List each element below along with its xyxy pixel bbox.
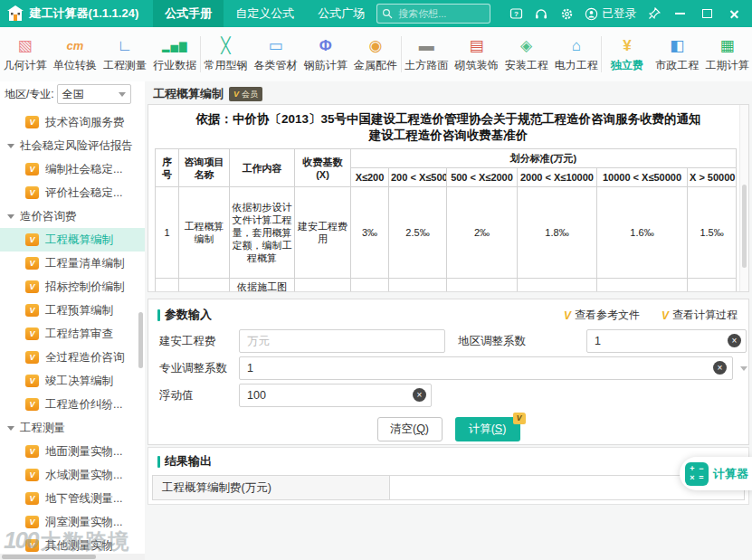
vip-icon: V [25,116,39,128]
table-scrollbar-thumb[interactable] [742,185,747,268]
sidebar-group-cost-consult[interactable]: 造价咨询费 [0,204,145,228]
tool-label: 市政工程 [655,58,699,73]
clear-button-text: 清空( [390,422,416,435]
sidebar-item-budget-compile[interactable]: V工程预算编制 [0,299,145,322]
sidebar-item-tech-consult[interactable]: V技术咨询服务费 [0,110,145,134]
sidebar-group-social-risk[interactable]: 社会稳定风险评估报告 [0,134,145,157]
tool-metal-parts[interactable]: ◉ 金属配件 [350,35,400,73]
sidebar-item-water-survey[interactable]: V水域测量实物... [0,463,145,487]
construction-fee-input[interactable] [239,329,445,353]
tool-independent-fee[interactable]: ¥ 独立费 [602,35,652,73]
dropdown-caret-icon[interactable] [740,366,747,371]
vip-icon: V [25,351,39,364]
sidebar-item-cavern-survey[interactable]: V洞室测量实物... [0,510,145,534]
minimize-button[interactable] [667,0,694,27]
major-factor-input[interactable] [239,356,733,380]
sidebar-item-underground-pipeline[interactable]: V地下管线测量... [0,487,145,510]
view-calc-process-link[interactable]: V 查看计算过程 [662,308,738,323]
menu-tab-custom-formula[interactable]: 自定义公式 [224,0,306,27]
sidebar-item-evaluate-social[interactable]: V评价社会稳定... [0,181,145,204]
clear-button[interactable]: 清空(Q) [377,417,443,441]
tools-cross-icon: ╳ [221,35,230,57]
tool-industry-data[interactable]: ▂▅▇ 行业数据 [150,35,200,73]
float-value-input[interactable] [239,384,432,407]
main-header: 工程概算编制 V 会员 [153,86,262,102]
sidebar-scrollbar-thumb[interactable] [138,312,143,368]
clear-field-icon[interactable]: × [728,334,741,347]
tool-municipal[interactable]: ◧ 市政工程 [652,35,702,73]
menu-tab-formula-manual[interactable]: 公式手册 [153,0,224,27]
menu-tab-formula-plaza[interactable]: 公式广场 [306,0,376,27]
tool-electric-power[interactable]: ⌂ 电力工程 [551,35,601,73]
close-icon [729,9,739,19]
sidebar-item-label: 工程造价纠纷... [45,397,122,413]
vip-icon: V [25,186,39,199]
tool-installation[interactable]: ◈ 安装工程 [501,35,551,73]
sidebar-item-boq-compile[interactable]: V工程量清单编制 [0,252,145,275]
pin-icon[interactable] [642,0,667,27]
close-button[interactable] [721,0,748,27]
calculate-button[interactable]: 计算(S)V [455,417,520,441]
user-icon [585,7,598,21]
tool-schedule-calc[interactable]: ▦ 工期计算 [702,35,752,73]
sidebar-item-project-estimate[interactable]: V工程概算编制 [0,228,145,252]
settings-gear-icon[interactable] [554,0,579,27]
region-select[interactable]: 全国 [57,84,131,104]
tool-earthwork-road[interactable]: ▬ 土方路面 [402,35,452,73]
params-links: V 查看参考文件 V 查看计算过程 [564,308,738,323]
headset-icon[interactable] [528,0,554,27]
tool-label: 几何计算 [4,58,47,73]
params-section-header: 参数输入 [157,307,212,323]
bricks-icon: ▤ [469,35,483,57]
tool-geometry[interactable]: ▧ 几何计算 [0,35,50,73]
sidebar-tree: V技术咨询服务费 社会稳定风险评估报告 V编制社会稳定... V评价社会稳定..… [0,110,145,554]
search-box[interactable] [376,4,490,24]
tool-rebar-calc[interactable]: Φ 钢筋计算 [300,35,350,73]
cell-rate: 3‰ [351,187,389,279]
sub-header: 2000 < X≤10000 [518,168,597,187]
maximize-button[interactable] [694,0,721,27]
sidebar-item-settlement-review[interactable]: V工程结算审查 [0,322,145,346]
sidebar-group-label: 社会稳定风险评估报告 [20,138,133,154]
fan-icon: ◈ [520,35,532,57]
floating-calculator-button[interactable]: + − × = 计算器 [680,457,752,490]
sidebar-group-label: 造价咨询费 [20,209,77,224]
sidebar-hscrollbar-thumb[interactable] [2,555,96,559]
help-icon[interactable]: ? [503,0,528,27]
sidebar-item-final-account[interactable]: V竣工决算编制 [0,369,145,393]
sidebar-hscrollbar[interactable] [0,554,145,560]
clear-hotkey: Q [416,422,425,435]
tool-pipes[interactable]: ▭ 各类管材 [251,35,300,73]
table-scrollbar[interactable] [739,105,748,291]
minimize-icon [675,13,685,14]
sidebar-item-tender-control-price[interactable]: V招标控制价编制 [0,275,145,299]
tool-survey[interactable]: ∟ 工程测量 [100,35,149,73]
tool-masonry-decor[interactable]: ▤ 砌筑装饰 [452,35,501,73]
vip-icon: V [25,257,39,270]
sidebar-item-whole-process[interactable]: V全过程造价咨询 [0,346,145,369]
result-label: 工程概算编制费(万元) [152,475,390,500]
sidebar-group-survey[interactable]: 工程测量 [0,416,145,440]
sidebar-item-label: 地面测量实物... [45,444,122,460]
tool-label: 单位转换 [53,58,97,73]
tool-steel-sections[interactable]: ╳ 常用型钢 [201,35,251,73]
view-reference-link[interactable]: V 查看参考文件 [564,308,640,323]
vip-icon: V [25,163,39,176]
sidebar-item-compile-social[interactable]: V编制社会稳定... [0,157,145,181]
search-input[interactable] [396,7,485,20]
clear-field-icon[interactable]: × [413,388,426,402]
login-status-text: 已登录 [602,6,636,22]
vip-icon: V [25,327,39,340]
toolbar: ▧ 几何计算 cm 单位转换 ∟ 工程测量 ▂▅▇ 行业数据 ╳ 常用型钢 ▭ … [0,27,752,82]
login-status[interactable]: 已登录 [585,6,636,22]
sidebar-item-other-survey[interactable]: V其他测量实物 [0,534,145,554]
sidebar-item-label: 地下管线测量... [45,491,122,507]
clear-field-icon[interactable]: × [713,361,727,375]
sidebar-item-ground-survey[interactable]: V地面测量实物... [0,440,145,463]
region-factor-input[interactable] [586,329,747,353]
sub-header: 200 < X≤500 [389,168,447,187]
calc-plus-glyph: + [690,465,694,473]
sidebar-item-cost-dispute[interactable]: V工程造价纠纷... [0,393,145,416]
tool-unit-convert[interactable]: cm 单位转换 [50,35,100,73]
sidebar-item-label: 招标控制价编制 [45,280,125,295]
